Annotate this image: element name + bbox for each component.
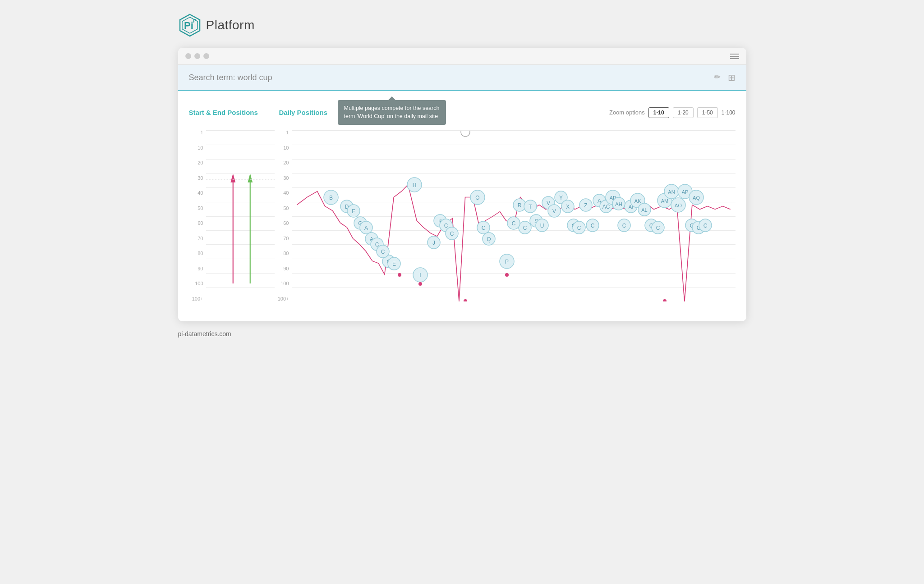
svg-text:Y: Y [559, 195, 562, 201]
svg-marker-5 [230, 173, 235, 182]
controls-row: Start & End Positions Daily Positions Mu… [189, 100, 736, 125]
daily-y-1: 1 [275, 130, 292, 135]
svg-text:C: C [622, 223, 626, 229]
svg-text:AK: AK [634, 198, 641, 204]
svg-text:C: C [381, 249, 385, 255]
svg-text:Pi: Pi [184, 20, 193, 31]
edit-icon[interactable]: ✏ [714, 72, 721, 83]
zoom-plain-1-100: 1-100 [722, 110, 736, 116]
y-label-80: 80 [189, 251, 206, 256]
search-bar: Search term: world cup ✏ ⊞ [178, 65, 746, 91]
svg-text:B: B [329, 195, 332, 201]
start-end-label: Start & End Positions [189, 109, 279, 116]
svg-text:I: I [419, 272, 421, 278]
svg-text:E: E [392, 261, 395, 267]
search-term-text: Search term: world cup [189, 73, 272, 82]
zoom-controls: Zoom options 1-10 1-20 1-50 1-100 [609, 107, 736, 118]
daily-y-100plus: 100+ [275, 297, 292, 301]
daily-y-70: 70 [275, 236, 292, 241]
zoom-btn-1-50[interactable]: 1-50 [697, 107, 718, 118]
svg-text:C: C [523, 225, 527, 231]
browser-chrome [178, 48, 746, 65]
daily-y-60: 60 [275, 221, 292, 226]
y-label-50: 50 [189, 206, 206, 211]
svg-text:R: R [517, 202, 521, 209]
start-end-chart: 1 10 20 30 40 50 60 70 80 90 100 100+ [189, 130, 275, 310]
zoom-btn-1-20[interactable]: 1-20 [673, 107, 694, 118]
daily-chart: 1 10 20 30 40 50 60 70 80 90 100 100+ [275, 130, 736, 310]
y-label-90: 90 [189, 266, 206, 271]
y-label-60: 60 [189, 221, 206, 226]
svg-text:P: P [193, 18, 196, 23]
svg-text:C: C [444, 223, 448, 229]
svg-point-115 [418, 282, 422, 286]
charts-area: 1 10 20 30 40 50 60 70 80 90 100 100+ [189, 130, 736, 310]
svg-text:C: C [703, 223, 707, 229]
daily-y-50: 50 [275, 206, 292, 211]
daily-y-40: 40 [275, 191, 292, 196]
svg-text:A: A [364, 225, 368, 231]
svg-text:X: X [565, 204, 569, 210]
svg-text:J: J [432, 240, 435, 246]
svg-point-116 [464, 299, 467, 301]
logo-text: Platform [206, 18, 255, 32]
svg-text:O: O [475, 195, 479, 201]
daily-positions-label: Daily Positions [279, 109, 329, 116]
y-label-100: 100 [189, 281, 206, 286]
svg-text:C: C [511, 220, 515, 227]
y-label-20: 20 [189, 160, 206, 165]
y-label-10: 10 [189, 146, 206, 151]
main-content: Start & End Positions Daily Positions Mu… [178, 91, 746, 321]
svg-point-118 [663, 299, 667, 301]
hamburger-menu-icon[interactable] [730, 54, 739, 59]
y-label-1: 1 [189, 130, 206, 135]
svg-text:C: C [450, 231, 454, 237]
svg-text:P: P [505, 259, 508, 265]
svg-text:AL: AL [641, 207, 647, 213]
svg-text:C: C [656, 225, 660, 231]
y-label-100plus: 100+ [189, 297, 206, 301]
daily-y-30: 30 [275, 176, 292, 181]
logo: Pi P Platform [178, 14, 255, 37]
daily-y-100: 100 [275, 281, 292, 286]
top-header: Pi P Platform [178, 14, 746, 37]
svg-text:AP: AP [681, 189, 688, 195]
daily-y-10: 10 [275, 146, 292, 151]
svg-text:AQ: AQ [693, 195, 700, 201]
y-label-70: 70 [189, 236, 206, 241]
y-label-40: 40 [189, 191, 206, 196]
zoom-label: Zoom options [609, 109, 645, 116]
svg-text:U: U [540, 223, 544, 229]
tooltip-box: Multiple pages compete for the search te… [338, 100, 446, 125]
svg-text:AH: AH [615, 201, 622, 207]
start-end-svg [206, 131, 275, 301]
svg-text:V: V [546, 200, 550, 206]
browser-dot-1 [185, 53, 191, 59]
svg-text:AO: AO [675, 203, 682, 208]
svg-text:F: F [352, 208, 355, 214]
daily-y-80: 80 [275, 251, 292, 256]
search-bar-icons: ✏ ⊞ [714, 72, 736, 83]
svg-text:C: C [577, 225, 581, 231]
browser-dot-2 [194, 53, 200, 59]
daily-chart-svg-circles: B H D F G [292, 131, 736, 301]
svg-text:AN: AN [668, 189, 675, 195]
svg-text:H: H [412, 182, 416, 188]
browser-window: Search term: world cup ✏ ⊞ Start & End P… [178, 48, 746, 321]
svg-point-9 [461, 131, 470, 137]
svg-text:AM: AM [661, 198, 668, 204]
svg-point-114 [398, 273, 401, 277]
footer: pi-datametrics.com [178, 330, 746, 338]
footer-url: pi-datametrics.com [178, 330, 231, 338]
tooltip-text: Multiple pages compete for the search te… [344, 105, 440, 119]
svg-text:V: V [552, 208, 556, 214]
svg-point-117 [505, 273, 509, 277]
browser-dots [185, 53, 209, 59]
y-label-30: 30 [189, 176, 206, 181]
zoom-btn-1-10[interactable]: 1-10 [648, 107, 669, 118]
svg-text:C: C [590, 223, 594, 229]
svg-text:Q: Q [487, 236, 491, 242]
daily-y-20: 20 [275, 160, 292, 165]
table-view-icon[interactable]: ⊞ [728, 72, 736, 83]
browser-dot-3 [203, 53, 209, 59]
